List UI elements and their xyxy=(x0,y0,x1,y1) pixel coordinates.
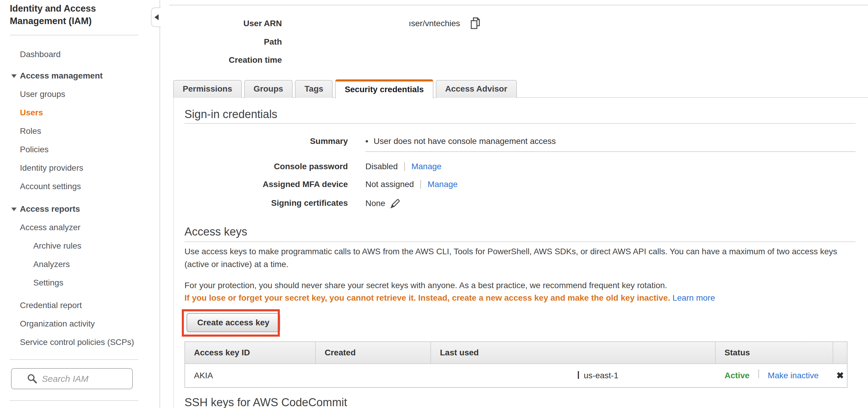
col-created: Created xyxy=(316,342,431,363)
annotation-highlight-box xyxy=(182,309,280,337)
console-password-row: Disabled Manage xyxy=(365,162,441,172)
sidebar-nav: Dashboard Access management User groups … xyxy=(0,45,159,351)
make-inactive-link[interactable]: Make inactive xyxy=(768,371,819,380)
sidebar-item-policies[interactable]: Policies xyxy=(0,140,159,159)
copy-icon[interactable] xyxy=(469,17,481,30)
delete-x-icon[interactable]: ✖ xyxy=(836,371,844,380)
summary-divider xyxy=(365,151,856,152)
sidebar-item-access-management[interactable]: Access management xyxy=(0,67,159,85)
manage-mfa-link[interactable]: Manage xyxy=(428,179,458,190)
sidebar-item-organization-activity[interactable]: Organization activity xyxy=(0,315,159,333)
sidebar-item-user-groups[interactable]: User groups xyxy=(0,85,159,104)
mfa-device-row: Not assigned Manage xyxy=(365,179,458,190)
separator xyxy=(420,180,421,189)
sidebar-item-dashboard[interactable]: Dashboard xyxy=(0,45,159,64)
sidebar-item-settings[interactable]: Settings xyxy=(0,273,159,292)
manage-console-password-link[interactable]: Manage xyxy=(411,162,441,172)
cell-delete: ✖ xyxy=(833,364,847,387)
section-divider xyxy=(184,241,856,242)
mfa-device-value: Not assigned xyxy=(365,179,414,190)
sidebar-divider xyxy=(10,400,138,401)
collapse-left-icon xyxy=(154,14,159,20)
separator xyxy=(758,369,759,378)
sidebar-item-users[interactable]: Users xyxy=(0,104,159,122)
cell-access-key-id: AKIA xyxy=(185,364,316,387)
user-arn-label: User ARN xyxy=(163,19,282,29)
edit-pencil-icon[interactable] xyxy=(390,198,401,209)
mfa-device-label: Assigned MFA device xyxy=(229,179,348,190)
signin-credentials-heading: Sign-in credentials xyxy=(184,108,277,121)
sidebar: Identity and Access Management (IAM) Das… xyxy=(0,0,160,408)
signing-certificates-label: Signing certificates xyxy=(229,198,348,208)
sidebar-item-roles[interactable]: Roles xyxy=(0,122,159,140)
learn-more-link[interactable]: Learn more xyxy=(673,293,715,302)
console-password-value: Disabled xyxy=(365,162,398,172)
last-used-region: us-east-1 xyxy=(584,371,618,380)
access-keys-table: Access key ID Created Last used Status A… xyxy=(184,341,847,388)
tab-groups[interactable]: Groups xyxy=(244,80,293,98)
header-divider xyxy=(169,5,868,5)
chevron-down-icon[interactable] xyxy=(11,208,17,211)
chevron-down-icon[interactable] xyxy=(11,74,17,78)
protection-note: For your protection, you should never sh… xyxy=(184,279,862,292)
secret-key-warning: If you lose or forget your secret key, y… xyxy=(184,293,670,302)
sidebar-item-account-settings[interactable]: Account settings xyxy=(0,177,159,196)
sidebar-collapse-handle[interactable] xyxy=(151,7,161,27)
sidebar-item-access-reports[interactable]: Access reports xyxy=(0,200,159,218)
tab-access-advisor[interactable]: Access Advisor xyxy=(436,80,517,98)
iam-console-page: Identity and Access Management (IAM) Das… xyxy=(0,0,868,408)
sidebar-item-analyzers[interactable]: Analyzers xyxy=(0,255,159,273)
tab-tags[interactable]: Tags xyxy=(295,80,333,98)
access-keys-heading: Access keys xyxy=(184,225,247,238)
col-last-used: Last used xyxy=(431,342,716,363)
tab-security-credentials[interactable]: Security credentials xyxy=(335,79,433,98)
table-row: AKIA us-east-1 Active Make inactive ✖ xyxy=(185,364,847,388)
sidebar-divider xyxy=(10,35,138,35)
path-label: Path xyxy=(163,37,282,47)
tab-bar: Permissions Groups Tags Security credent… xyxy=(173,79,519,98)
cell-status: Active Make inactive xyxy=(716,364,833,387)
col-actions xyxy=(833,342,847,363)
cell-created xyxy=(316,364,431,387)
ssh-keys-heading: SSH keys for AWS CodeCommit xyxy=(184,396,347,408)
console-password-label: Console password xyxy=(229,162,348,172)
redacted-fragment xyxy=(578,371,579,379)
signing-certificates-row: None xyxy=(365,198,401,209)
sidebar-item-identity-providers[interactable]: Identity providers xyxy=(0,159,159,177)
sidebar-divider xyxy=(10,359,138,360)
separator xyxy=(404,162,405,171)
cell-last-used: us-east-1 xyxy=(431,364,716,387)
summary-value: User does not have console management ac… xyxy=(365,136,556,146)
col-access-key-id: Access key ID xyxy=(185,342,316,363)
section-divider xyxy=(184,123,856,124)
search-box xyxy=(11,368,133,389)
status-badge: Active xyxy=(724,371,749,380)
signing-certificates-value: None xyxy=(365,198,385,208)
sidebar-item-credential-report[interactable]: Credential report xyxy=(0,296,159,315)
creation-time-label: Creation time xyxy=(163,55,282,65)
access-keys-description: Use access keys to make programmatic cal… xyxy=(184,245,862,271)
secret-key-warning-line: If you lose or forget your secret key, y… xyxy=(184,291,862,304)
sidebar-title: Identity and Access Management (IAM) xyxy=(10,2,120,27)
col-status: Status xyxy=(716,342,833,363)
sidebar-item-archive-rules[interactable]: Archive rules xyxy=(0,237,159,255)
sidebar-item-access-analyzer[interactable]: Access analyzer xyxy=(0,218,159,237)
sidebar-item-scps[interactable]: Service control policies (SCPs) xyxy=(0,333,159,351)
summary-label: Summary xyxy=(229,136,348,146)
search-input[interactable] xyxy=(11,368,133,389)
user-arn-value: ıser/vntechies xyxy=(409,19,460,29)
table-header-row: Access key ID Created Last used Status xyxy=(185,342,847,364)
tab-permissions[interactable]: Permissions xyxy=(173,80,242,98)
